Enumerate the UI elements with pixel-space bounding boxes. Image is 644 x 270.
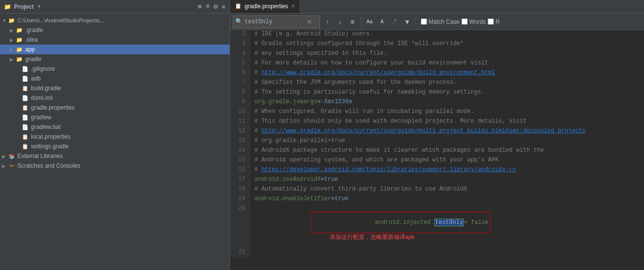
folder-icon-ext-libs: 📚 bbox=[8, 152, 15, 160]
match-case-option[interactable]: Match Case bbox=[421, 18, 460, 25]
code-row-6: 6 # http://www.gradle.org/docs/current/u… bbox=[230, 69, 644, 79]
arrow-scratches: ▶ bbox=[2, 163, 8, 169]
code-content-4: # any settings specified in this file. bbox=[249, 49, 644, 59]
tree-label-adb: adb bbox=[31, 75, 41, 82]
code-content-2: # IDE (e.g. Android Studio) users. bbox=[249, 30, 644, 40]
project-icon: 📁 bbox=[4, 3, 11, 10]
tree-item-gradlew-bat[interactable]: ▶ 📄 gradlew.bat bbox=[0, 122, 230, 132]
tree-item-gitignore[interactable]: ▶ 📄 .gitignore bbox=[0, 64, 230, 74]
regex-option[interactable]: R bbox=[488, 18, 500, 25]
sidebar-header-actions: ⊕ ≡ ⚙ ✕ bbox=[198, 2, 226, 11]
sidebar-title-label: Project bbox=[14, 3, 34, 10]
file-icon-settings-gradle: 📋 bbox=[21, 143, 29, 150]
words-option[interactable]: Words bbox=[461, 18, 486, 25]
file-icon-adb: 📄 bbox=[21, 75, 29, 82]
tree-item-gradle-root[interactable]: ▶ 📁 .gradle bbox=[0, 25, 230, 35]
code-row-17: 17 android.useAndroidX=true bbox=[230, 175, 644, 185]
words-checkbox[interactable] bbox=[461, 18, 468, 25]
tab-gradle-properties[interactable]: 📋 gradle.properties ✕ bbox=[230, 0, 300, 13]
code-content-21 bbox=[249, 248, 644, 258]
file-icon-gradle-props: 📋 bbox=[21, 104, 29, 111]
code-content-12: # http://www.gradle.org/docs/current/use… bbox=[249, 127, 644, 137]
code-row-4: 4 # any settings specified in this file. bbox=[230, 49, 644, 59]
arrow-ext-libs: ▶ bbox=[2, 154, 8, 159]
find-in-files-button[interactable]: ⊕ bbox=[347, 16, 358, 27]
line-num-10: 10 bbox=[230, 108, 249, 117]
regex-checkbox[interactable] bbox=[488, 18, 494, 25]
tree-item-local-props[interactable]: ▶ 📋 local.properties bbox=[0, 132, 230, 142]
tree-item-gradle[interactable]: ▶ 📁 gradle bbox=[0, 54, 230, 64]
project-tree: ▼ 📁 C:\Users\...\AndroidStudioProjects\.… bbox=[0, 14, 230, 270]
tree-label-domi-iml: domi.iml bbox=[31, 95, 53, 101]
tree-label-gradle: gradle bbox=[25, 56, 41, 63]
search-input[interactable] bbox=[245, 18, 303, 25]
line-num-14: 14 bbox=[230, 146, 249, 156]
line-num-21: 21 bbox=[230, 248, 249, 258]
tree-item-ext-libs[interactable]: ▶ 📚 External Libraries bbox=[0, 151, 230, 161]
link-16[interactable]: https://developer.android.com/topic/libr… bbox=[261, 166, 516, 173]
sidebar-settings-icon[interactable]: ⚙ bbox=[214, 2, 217, 11]
code-content-10: # When configured, Gradle will run in in… bbox=[249, 108, 644, 117]
file-icon-gradlew-bat: 📄 bbox=[21, 123, 29, 131]
tree-item-app[interactable]: ▶ 📁 app bbox=[0, 45, 230, 54]
tree-item-build-gradle[interactable]: ▶ 📋 build.gradle bbox=[0, 83, 230, 93]
code-row-16: 16 # https://developer.android.com/topic… bbox=[230, 166, 644, 175]
tree-label-gradlew: gradlew bbox=[31, 114, 51, 121]
tree-item-adb[interactable]: ▶ 📄 adb bbox=[0, 74, 230, 83]
link-6[interactable]: http://www.gradle.org/docs/current/userg… bbox=[261, 69, 495, 76]
tree-item-gradle-props[interactable]: ▶ 📋 gradle.properties bbox=[0, 103, 230, 112]
tree-label-settings-gradle: settings.gradle bbox=[31, 143, 69, 150]
file-icon-gitignore: 📄 bbox=[21, 65, 29, 73]
tree-item-domi-iml[interactable]: ▶ 📄 domi.iml bbox=[0, 93, 230, 103]
code-editor[interactable]: 2 # IDE (e.g. Android Studio) users. 3 #… bbox=[230, 30, 644, 270]
line-num-20: 20 bbox=[230, 205, 249, 248]
folder-icon-root: 📁 bbox=[8, 16, 15, 24]
search-format-aa-button[interactable]: Aa bbox=[364, 16, 375, 27]
sidebar-add-icon[interactable]: ⊕ bbox=[198, 2, 201, 11]
code-content-3: # Gradle settings configured through the… bbox=[249, 40, 644, 49]
sidebar-title: 📁 Project ▼ bbox=[4, 3, 42, 10]
tree-item-scratches[interactable]: ▶ ✏ Scratches and Consoles bbox=[0, 161, 230, 171]
code-row-10: 10 # When configured, Gradle will run in… bbox=[230, 108, 644, 117]
code-content-18: # Automatically convert third-party libr… bbox=[249, 185, 644, 195]
code-row-19: 19 android.enableJetifier=true bbox=[230, 195, 644, 205]
link-12[interactable]: http://www.gradle.org/docs/current/userg… bbox=[261, 127, 586, 134]
next-match-button[interactable]: ↓ bbox=[335, 16, 345, 27]
tree-label-gradlew-bat: gradlew.bat bbox=[31, 124, 61, 130]
highlighted-line-box: android.injected.testOnly= false bbox=[310, 212, 491, 233]
tree-label-app: app bbox=[25, 46, 35, 53]
line-num-15: 15 bbox=[230, 156, 249, 166]
code-row-11: 11 # This option should only be used wit… bbox=[230, 117, 644, 127]
tree-item-root[interactable]: ▼ 📁 C:\Users\...\AndroidStudioProjects\.… bbox=[0, 16, 230, 25]
code-row-15: 15 # Android operating system, and which… bbox=[230, 156, 644, 166]
tree-item-idea[interactable]: ▶ 📁 .idea bbox=[0, 35, 230, 45]
code-row-7: 7 # Specifies the JVM arguments used for… bbox=[230, 79, 644, 88]
tab-label: gradle.properties bbox=[245, 3, 288, 10]
tree-label-build-gradle: build.gradle bbox=[31, 85, 61, 92]
tree-item-settings-gradle[interactable]: ▶ 📋 settings.gradle bbox=[0, 142, 230, 151]
search-clear-button[interactable]: ✕ bbox=[305, 17, 314, 27]
prev-match-button[interactable]: ↑ bbox=[322, 16, 333, 27]
folder-icon-gradle2: 📁 bbox=[15, 55, 23, 63]
file-icon-build-gradle: 📋 bbox=[21, 84, 29, 92]
code-content-6: # http://www.gradle.org/docs/current/use… bbox=[249, 69, 644, 79]
tree-label-local-props: local.properties bbox=[31, 133, 70, 140]
search-filter-button[interactable]: ▼ bbox=[402, 16, 413, 27]
search-format-a-button[interactable]: A bbox=[377, 16, 387, 27]
tree-item-gradlew[interactable]: ▶ 📄 gradlew bbox=[0, 112, 230, 122]
sidebar-collapse-icon[interactable]: ≡ bbox=[206, 2, 210, 11]
sidebar-dropdown-icon[interactable]: ▼ bbox=[37, 4, 42, 9]
code-content-9: org.gradle.jvmargs=-Xmx1536m bbox=[249, 98, 644, 108]
tab-close-icon[interactable]: ✕ bbox=[291, 3, 295, 9]
code-content-16: # https://developer.android.com/topic/li… bbox=[249, 166, 644, 175]
line-num-7: 7 bbox=[230, 79, 249, 88]
match-case-checkbox[interactable] bbox=[421, 18, 427, 25]
search-glass-icon: 🔍 bbox=[235, 18, 243, 25]
sidebar-close-icon[interactable]: ✕ bbox=[222, 2, 226, 11]
code-row-9: 9 org.gradle.jvmargs=-Xmx1536m bbox=[230, 98, 644, 108]
search-regex-button[interactable]: .* bbox=[389, 16, 400, 27]
words-label: Words bbox=[469, 18, 486, 25]
code-content-8: # The setting is particularly useful for… bbox=[249, 88, 644, 98]
code-row-5: 5 # For more details on how to configure… bbox=[230, 59, 644, 69]
code-content-20: android.injected.testOnly= false 添加这行配置，… bbox=[249, 205, 644, 248]
